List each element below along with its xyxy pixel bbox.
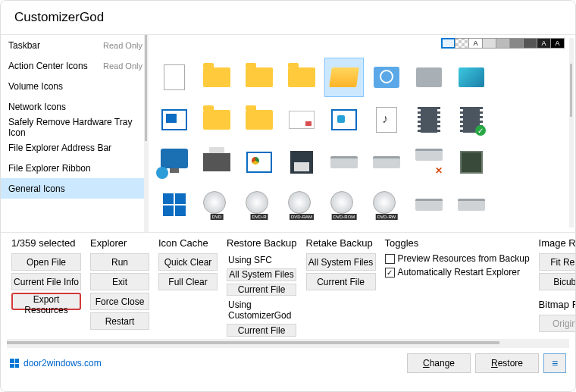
swatch-1[interactable]: [441, 38, 455, 49]
sidebar-item-taskbar[interactable]: TaskbarRead Only: [1, 35, 149, 55]
app-title: CustomizerGod: [14, 10, 104, 25]
bicubic-button[interactable]: Bicubic: [539, 273, 575, 290]
using-cg-label: Using CustomizerGod: [228, 299, 297, 321]
menu-icon: ≡: [552, 357, 558, 369]
icon-disc-dvdrw[interactable]: DVD-RW: [367, 185, 406, 224]
checkbox-icon: [385, 254, 395, 264]
icon-folder-1[interactable]: [197, 58, 236, 97]
image-resize-heading: Image R: [539, 237, 575, 249]
swatch-5[interactable]: [496, 38, 510, 49]
category-sidebar: TaskbarRead Only Action Center IconsRead…: [1, 35, 149, 232]
retake-backup-panel: Retake Backup All System Files Current F…: [306, 237, 376, 339]
icon-cache-panel: Icon Cache Quick Clear Full Clear: [158, 237, 218, 339]
icon-folder-gray[interactable]: [409, 58, 449, 97]
run-button[interactable]: Run: [90, 253, 149, 271]
icon-folder-5[interactable]: [239, 100, 279, 140]
sidebar-item-address-bar[interactable]: File Explorer Address Bar: [1, 137, 149, 158]
open-file-button[interactable]: Open File: [11, 253, 81, 271]
footer-buttons: Change Restore ≡: [407, 353, 566, 373]
icon-folder-cyan[interactable]: [452, 58, 491, 97]
icon-search-folder[interactable]: [367, 58, 406, 97]
sidebar-item-safely-remove[interactable]: Safely Remove Hardware Tray Icon: [1, 117, 149, 137]
icon-blank-document[interactable]: [155, 58, 194, 97]
icon-picture[interactable]: [324, 100, 364, 140]
icon-network-monitor[interactable]: [155, 143, 194, 182]
icon-drive-3[interactable]: [409, 185, 449, 224]
explorer-panel: Explorer Run Exit Force Close Restart: [90, 237, 149, 339]
menu-button[interactable]: ≡: [543, 353, 566, 373]
fit-resize-button[interactable]: Fit Resiz: [539, 253, 575, 271]
icon-music[interactable]: [367, 100, 406, 140]
action-panels: 1/359 selected Open File Current File In…: [1, 233, 575, 339]
restore-backup-heading: Restore Backup: [227, 237, 297, 249]
retake-backup-heading: Retake Backup: [306, 237, 376, 249]
auto-restart-toggle[interactable]: ✓Automatically Restart Explorer: [385, 267, 530, 278]
retake-all-button[interactable]: All System Files: [306, 253, 376, 271]
preview-toggle[interactable]: Preview Resources from Backup: [385, 253, 530, 264]
selected-panel: 1/359 selected Open File Current File In…: [11, 237, 81, 339]
swatch-3[interactable]: A: [468, 38, 483, 49]
icon-film[interactable]: [409, 100, 449, 140]
swatch-9[interactable]: A: [550, 38, 565, 49]
title-bar: CustomizerGod: [1, 1, 575, 34]
selected-heading: 1/359 selected: [11, 237, 81, 249]
restart-button[interactable]: Restart: [90, 312, 149, 330]
using-sfc-label: Using SFC: [228, 255, 297, 265]
icon-film-check[interactable]: ✓: [452, 100, 491, 140]
icon-disc-dvdr[interactable]: DVD-R: [239, 185, 279, 224]
restore-backup-panel: Restore Backup Using SFC All System File…: [227, 237, 297, 339]
toggles-heading: Toggles: [385, 237, 530, 249]
icon-folder-4[interactable]: [197, 100, 236, 140]
swatch-2[interactable]: [455, 38, 469, 49]
icon-drive-disconnect[interactable]: [409, 143, 449, 182]
icon-floppy[interactable]: [282, 143, 321, 182]
icon-mail[interactable]: [282, 100, 321, 140]
icon-chip[interactable]: [452, 143, 491, 182]
horizontal-scrollbar[interactable]: [7, 339, 569, 348]
swatch-7[interactable]: [523, 38, 537, 49]
icon-folder-open[interactable]: [324, 58, 364, 97]
icon-control-panel[interactable]: [239, 143, 279, 182]
sidebar-item-network[interactable]: Network Icons: [1, 96, 149, 117]
change-button[interactable]: Change: [407, 353, 471, 373]
icon-disc-dvdrom[interactable]: DVD-ROM: [324, 185, 364, 224]
icon-printer[interactable]: [197, 143, 236, 182]
swatch-4[interactable]: [482, 38, 496, 49]
bitmap-heading: Bitmap F: [539, 299, 575, 310]
export-resources-button[interactable]: Export Resources: [11, 293, 81, 310]
sidebar-item-general[interactable]: General Icons: [1, 178, 149, 199]
icon-disc-dvd[interactable]: DVD: [197, 185, 236, 224]
sidebar-item-action-center[interactable]: Action Center IconsRead Only: [1, 55, 149, 76]
explorer-heading: Explorer: [90, 237, 149, 249]
exit-button[interactable]: Exit: [90, 273, 149, 290]
icon-start-tiles[interactable]: [155, 185, 194, 224]
background-swatches: A A A: [442, 38, 565, 49]
icon-drive-2[interactable]: [367, 143, 406, 182]
force-close-button[interactable]: Force Close: [90, 293, 149, 310]
current-file-info-button[interactable]: Current File Info: [11, 273, 81, 290]
restore-button[interactable]: Restore: [475, 353, 539, 373]
restore-cg-current-button[interactable]: Current File: [227, 324, 296, 337]
icon-drive-1[interactable]: [324, 143, 364, 182]
full-clear-button[interactable]: Full Clear: [158, 273, 218, 290]
icon-drive-4[interactable]: [452, 185, 491, 224]
icon-scrollbar[interactable]: [569, 38, 574, 227]
icon-disc-dvdram[interactable]: DVD-RAM: [282, 185, 321, 224]
swatch-6[interactable]: [509, 38, 524, 49]
restore-sfc-current-button[interactable]: Current File: [227, 284, 296, 296]
sidebar-item-ribbon[interactable]: File Explorer Ribbon: [1, 158, 149, 178]
bitmap-original-button[interactable]: Original: [539, 315, 575, 332]
icon-folder-3[interactable]: [282, 58, 321, 97]
quick-clear-button[interactable]: Quick Clear: [158, 253, 218, 271]
restore-sfc-all-button[interactable]: All System Files: [227, 268, 296, 281]
website-link[interactable]: door2windows.com: [10, 358, 102, 368]
toggles-panel: Toggles Preview Resources from Backup ✓A…: [385, 237, 530, 339]
content-area: TaskbarRead Only Action Center IconsRead…: [1, 34, 575, 233]
retake-current-button[interactable]: Current File: [306, 273, 376, 290]
icon-folder-2[interactable]: [239, 58, 279, 97]
checkbox-icon: ✓: [385, 268, 395, 278]
icon-window[interactable]: [155, 100, 194, 140]
icon-cache-heading: Icon Cache: [158, 237, 218, 249]
sidebar-item-volume[interactable]: Volume Icons: [1, 76, 149, 96]
swatch-8[interactable]: A: [537, 38, 551, 49]
